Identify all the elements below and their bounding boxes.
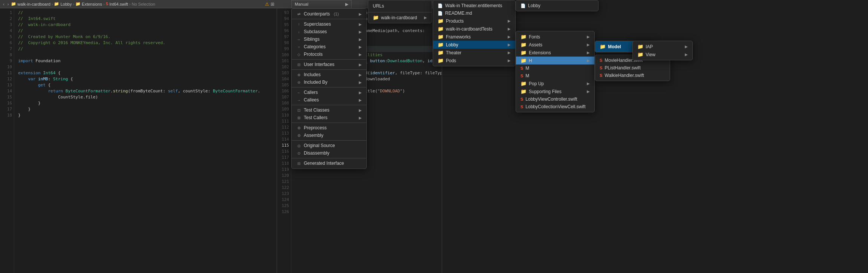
plist-handler-icon: S [600, 66, 602, 70]
lobby-vc-icon: S [520, 97, 523, 101]
code-line-14: return ByteCountFormatter.string(fromByt… [18, 88, 277, 94]
h-arrow: ▶ [587, 58, 590, 63]
products-submenu: 📄 Lobby [516, 0, 599, 11]
popup-label: Pop Up [529, 81, 544, 86]
menu-item-lobby-product[interactable]: 📄 Lobby [516, 2, 598, 9]
products-arrow: ▶ [508, 19, 511, 23]
breadcrumb-lobby-label[interactable]: Lobby [60, 2, 72, 6]
rline-119: nil) { [295, 64, 442, 70]
rline-122: button.state = .downloaded [295, 76, 442, 82]
code-line-18: } [18, 112, 277, 118]
lobby-cell-label: LobbyCollectionViewCell.swift [525, 104, 585, 109]
code-line-16: } [18, 100, 277, 106]
menu-item-popup[interactable]: 📁 Pop Up ▶ [516, 80, 594, 87]
assets-folder-icon: 📁 [520, 42, 527, 48]
warning-icon: ⚠ [265, 2, 269, 7]
right-toolbar [277, 0, 442, 8]
model-folder-icon: 📁 [600, 44, 606, 49]
popup-folder-icon: 📁 [520, 81, 527, 86]
h-submenu: S MovieHandler.swift S PListHandler.swif… [595, 55, 670, 81]
menu-item-readme[interactable]: 📄 README.md [433, 9, 515, 17]
menu-item-fonts[interactable]: 📁 Fonts ▶ [516, 33, 594, 41]
theater-arrow: ▶ [508, 51, 511, 55]
supporting-files-icon: 📁 [520, 89, 527, 94]
frameworks-label: Frameworks [446, 34, 471, 40]
line-numbers: 1 2 3 4 5 6 7 8 9 10 11 12 13 14 15 16 1… [0, 8, 14, 273]
rline-116: // MARK: - Download Check Utilities [295, 52, 442, 58]
code-line-9: import Foundation [18, 58, 277, 64]
supporting-files-arrow: ▶ [587, 89, 590, 94]
toolbar-right: ⚠ ⊞ [265, 2, 274, 7]
breadcrumb-lobby[interactable]: 📁 [54, 2, 59, 6]
rline-125: } [295, 94, 442, 100]
code-line-12: var inMB: String { [18, 76, 277, 82]
assets-label: Assets [529, 42, 542, 48]
menu-item-supporting-files[interactable]: 📁 Supporting Files ▶ [516, 87, 594, 95]
right-code-editor: 93 94 95 96 97 98 99 100 101 102 103 104… [277, 0, 442, 273]
right-code-lines[interactable]: func returnMediaURLs(path:String, type l… [291, 8, 442, 273]
code-line-4: // [18, 28, 277, 34]
fonts-label: Fonts [529, 34, 540, 40]
rline-123: } else { [295, 82, 442, 88]
lobby-arrow: ▶ [508, 43, 511, 47]
code-line-7: // [18, 46, 277, 52]
iap-arrow: ▶ [685, 44, 688, 49]
nav-back-button[interactable]: ‹ [2, 2, 5, 6]
breadcrumb-extensions-label[interactable]: Extensions [82, 2, 102, 6]
rline-102: n nil [295, 22, 442, 28]
menu-item-wic-tests[interactable]: 📁 walk-in-cardboardTests ▶ [433, 25, 515, 33]
breadcrumb-file[interactable]: S [106, 2, 109, 6]
menu-item-extensions[interactable]: 📁 Extensions ▶ [516, 49, 594, 57]
menu-item-entitlements[interactable]: 📄 Walk-in Theater.entitlements [433, 2, 515, 9]
menu-item-model[interactable]: 📁 Model ▶ [595, 43, 655, 51]
supporting-files-label: Supporting Files [529, 89, 562, 94]
menu-item-view[interactable]: 📁 View ▶ [633, 51, 692, 58]
code-line-6: // Copyright © 2016 MONKEYmedia, Inc. Al… [18, 40, 277, 46]
lobby-submenu: 📁 Fonts ▶ 📁 Assets ▶ 📁 Extensions ▶ 📁 H … [516, 31, 595, 112]
menu-item-lobby-vc[interactable]: S LobbyViewController.swift [516, 95, 594, 103]
view-arrow: ▶ [685, 52, 688, 57]
lobby-label: Lobby [446, 42, 458, 48]
rline-109: let urls = type.filesOfSameMedia(path, c… [295, 28, 442, 34]
menu-item-iap[interactable]: 📁 IAP ▶ [633, 43, 692, 51]
menu-item-theater[interactable]: 📁 Theater ▶ [433, 49, 515, 57]
plist-handler-label: PListHandler.swift [605, 65, 640, 71]
menu-item-frameworks[interactable]: 📁 Frameworks ▶ [433, 33, 515, 41]
code-line-13: get { [18, 82, 277, 88]
grid-icon[interactable]: ⊞ [271, 2, 274, 7]
code-line-11: extension Int64 { [18, 70, 277, 76]
nav-forward-button[interactable]: › [7, 2, 10, 6]
pods-arrow: ▶ [508, 58, 511, 63]
menu-item-m1[interactable]: S M [516, 64, 594, 72]
menu-item-movie-handler[interactable]: S MovieHandler.swift [595, 57, 670, 64]
rline-111: n nil [295, 34, 442, 40]
main-editor: ‹ › 📁 walk-in-cardboard › 📁 Lobby › 📁 Ex… [0, 0, 277, 273]
code-line-2: // Int64.swift [18, 16, 277, 22]
menu-item-walkie-handler[interactable]: S WalkieHandler.swift [595, 72, 670, 79]
menu-item-h[interactable]: 📁 H ▶ [516, 57, 594, 64]
breadcrumb-project[interactable]: 📁 [11, 2, 16, 6]
extensions-arrow: ▶ [587, 51, 590, 55]
rline-113: ls [295, 40, 442, 46]
menu-item-plist-handler[interactable]: S PListHandler.swift [595, 64, 670, 72]
menu-item-pods[interactable]: 📁 Pods ▶ [433, 57, 515, 64]
h-label: H [529, 58, 532, 63]
products-submenu-container: 📄 Lobby [516, 0, 599, 11]
model-expanded-container: 📁 IAP ▶ 📁 View ▶ [632, 41, 693, 60]
menu-item-lobby[interactable]: 📁 Lobby ▶ [433, 41, 515, 49]
lobby-product-label: Lobby [528, 3, 540, 8]
code-line-8 [18, 52, 277, 58]
extensions-label: Extensions [529, 50, 551, 55]
m1-label: M [525, 66, 529, 71]
breadcrumb-project-label[interactable]: walk-in-cardboard [17, 2, 50, 6]
menu-item-m2[interactable]: S M [516, 72, 594, 80]
fonts-arrow: ▶ [587, 35, 590, 39]
breadcrumb-file-label[interactable]: Int64.swift [109, 2, 128, 6]
iap-folder-icon: 📁 [637, 44, 643, 49]
menu-item-products[interactable]: 📁 Products ▶ [433, 17, 515, 25]
breadcrumb-extensions[interactable]: 📁 [75, 2, 81, 6]
breadcrumb: 📁 walk-in-cardboard › 📁 Lobby › 📁 Extens… [11, 2, 263, 6]
menu-item-assets[interactable]: 📁 Assets ▶ [516, 41, 594, 49]
menu-item-lobby-cell[interactable]: S LobbyCollectionViewCell.swift [516, 103, 594, 110]
code-lines[interactable]: // // Int64.swift // walk-in-cardboard /… [14, 8, 277, 273]
